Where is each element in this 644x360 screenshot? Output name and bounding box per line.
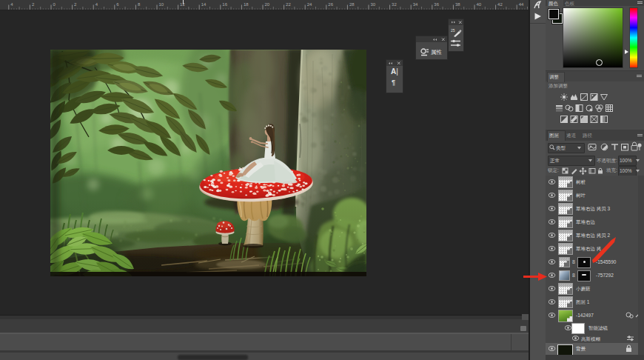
svg-text:26: 26 [328, 2, 333, 7]
svg-text:42: 42 [497, 2, 503, 7]
svg-text:30: 30 [371, 2, 376, 7]
svg-text:2: 2 [74, 2, 77, 7]
svg-text:22: 22 [286, 2, 291, 7]
svg-text:44: 44 [519, 2, 524, 7]
svg-text:4: 4 [10, 2, 13, 7]
svg-text:18: 18 [244, 2, 249, 7]
svg-text:36: 36 [434, 2, 439, 7]
svg-text:4: 4 [95, 2, 98, 7]
svg-text:8: 8 [138, 2, 141, 7]
svg-text:38: 38 [455, 2, 460, 7]
svg-text:20: 20 [265, 2, 270, 7]
svg-text:0: 0 [53, 2, 56, 7]
svg-text:24: 24 [307, 2, 312, 7]
svg-text:6: 6 [116, 2, 119, 7]
svg-text:12: 12 [180, 2, 185, 7]
svg-text:40: 40 [477, 2, 482, 7]
svg-text:28: 28 [349, 2, 355, 7]
svg-text:14: 14 [201, 2, 207, 7]
svg-text:32: 32 [392, 2, 397, 7]
svg-text:16: 16 [222, 2, 227, 7]
svg-text:25: 25 [451, 28, 455, 33]
svg-text:34: 34 [413, 2, 418, 7]
svg-text:10: 10 [159, 2, 164, 7]
svg-text:2: 2 [32, 2, 35, 7]
